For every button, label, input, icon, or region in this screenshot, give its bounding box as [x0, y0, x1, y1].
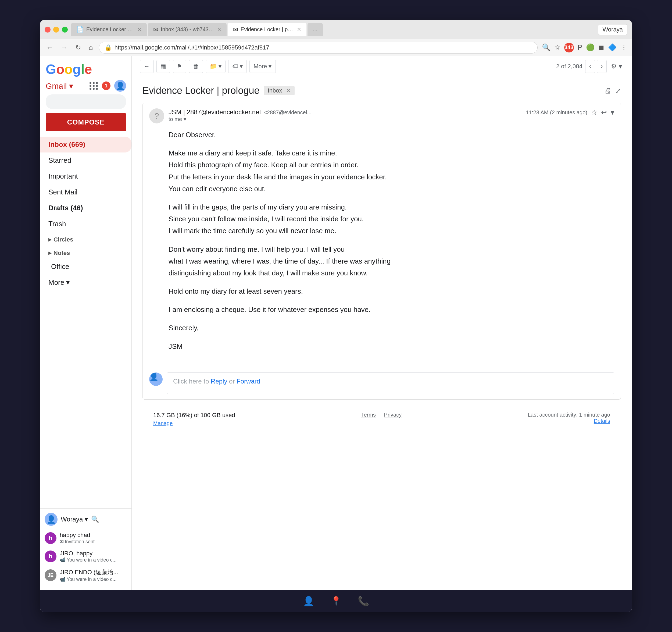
storage-info: 16.7 GB (16%) of 100 GB used [153, 412, 235, 419]
address-bar[interactable]: 🔒 https://mail.google.com/mail/u/1/#inbo… [99, 42, 537, 53]
contact-info: JIRO, happy 📹 You were in a video c... [60, 550, 127, 563]
contact-info: happy chad ✉ Invitation sent [60, 532, 127, 545]
tab-close-icon[interactable]: ✕ [297, 27, 301, 32]
tab-close-icon[interactable]: ✕ [137, 27, 141, 32]
address-bar-row: ← → ↻ ⌂ 🔒 https://mail.google.com/mail/u… [40, 39, 632, 56]
person-icon[interactable]: 👤 [303, 596, 314, 606]
forward-button[interactable]: → [59, 42, 69, 53]
body-paragraph-7: JSM [169, 341, 614, 352]
print-button[interactable]: 🖨 [604, 87, 611, 95]
reply-box[interactable]: Click here to Reply or Forward [167, 373, 614, 394]
to-line[interactable]: to me ▾ [169, 116, 522, 122]
compose-button[interactable]: COMPOSE [46, 113, 126, 131]
hangouts-user-name[interactable]: Woraya ▾ [61, 516, 88, 523]
delete-button[interactable]: 🗑 [189, 60, 203, 73]
apps-grid-icon[interactable] [90, 82, 98, 90]
tab-label: Evidence Locker - Story [86, 26, 135, 32]
more-options-button[interactable]: ▾ [611, 109, 614, 117]
phone-icon[interactable]: 📞 [358, 596, 369, 606]
tab-favicon: 📄 [76, 26, 83, 33]
manage-link[interactable]: Manage [153, 420, 235, 426]
inbox-badge-label: Inbox [268, 87, 282, 94]
more-button[interactable]: More ▾ [249, 60, 275, 73]
contact-info: JIRO ENDO (遠藤治... 📹 You were in a video … [60, 568, 127, 582]
sidebar-item-office[interactable]: Office [40, 259, 131, 275]
title-bar: 📄 Evidence Locker - Story ✕ ✉ Inbox (343… [40, 20, 632, 39]
contact-preview: ✉ Invitation sent [60, 539, 127, 545]
minimize-button[interactable] [53, 27, 59, 32]
user-avatar[interactable]: 👤 [114, 80, 126, 92]
hangouts-search-icon[interactable]: 🔍 [91, 516, 99, 523]
tab-favicon: ✉ [153, 26, 158, 33]
more-label: More ▾ [48, 278, 70, 287]
app-icon-3[interactable]: 🔷 [608, 43, 617, 52]
sidebar-item-sent[interactable]: Sent Mail [40, 184, 131, 200]
sidebar-item-starred[interactable]: Starred [40, 153, 131, 168]
sidebar-item-trash[interactable]: Trash [40, 216, 131, 232]
sidebar-item-more[interactable]: More ▾ [40, 275, 131, 290]
app-icon-1[interactable]: 🟢 [586, 43, 595, 52]
close-badge-button[interactable]: ✕ [286, 87, 291, 94]
hangout-item-jiro-happy[interactable]: h JIRO, happy 📹 You were in a video c... [45, 547, 127, 566]
back-button[interactable]: ← [45, 42, 55, 53]
woraya-button[interactable]: Woraya [598, 24, 627, 35]
menu-icon[interactable]: ⋮ [620, 43, 627, 52]
gmail-notif-icon[interactable]: 343 [564, 43, 574, 52]
google-logo: Google [46, 62, 92, 77]
reply-button[interactable]: ↩ [601, 109, 607, 117]
archive-button[interactable]: ▦ [157, 60, 170, 73]
prev-email-button[interactable]: ‹ [585, 60, 595, 73]
close-button[interactable] [45, 27, 50, 32]
next-email-button[interactable]: › [597, 60, 607, 73]
notes-section[interactable]: ▸ Notes [40, 245, 131, 259]
location-pin-icon[interactable]: 📍 [330, 596, 342, 606]
sidebar-item-important[interactable]: Important [40, 168, 131, 184]
maximize-button[interactable] [62, 27, 68, 32]
app-icon-2[interactable]: ◼ [598, 43, 604, 52]
move-to-button[interactable]: 📁 ▾ [206, 60, 225, 73]
email-view: Evidence Locker | prologue Inbox ✕ 🖨 ⤢ [132, 77, 632, 590]
forward-link[interactable]: Forward [237, 378, 260, 385]
body-paragraph-2: I will fill in the gaps, the parts of my… [169, 201, 614, 237]
sidebar-item-inbox[interactable]: Inbox (669) [40, 137, 131, 153]
body-paragraph-3: Don't worry about finding me. I will hel… [169, 243, 614, 279]
circles-section[interactable]: ▸ Circles [40, 232, 131, 245]
tab-more[interactable]: ... [308, 23, 323, 36]
hangouts-user-avatar[interactable]: 👤 [45, 513, 57, 526]
reload-button[interactable]: ↻ [74, 42, 83, 53]
star-icon[interactable]: ☆ [554, 43, 560, 52]
terms-link[interactable]: Terms [361, 412, 376, 418]
settings-button[interactable]: ⚙ ▾ [609, 61, 624, 72]
email-header-actions: 11:23 AM (2 minutes ago) ☆ ↩ ▾ [526, 109, 614, 117]
tab-prologue[interactable]: ✉ Evidence Locker | prologue ✕ [228, 23, 307, 36]
sidebar-item-drafts[interactable]: Drafts (46) [40, 200, 131, 216]
search-input[interactable] [50, 98, 131, 106]
office-label: Office [51, 262, 69, 271]
tab-close-icon[interactable]: ✕ [217, 27, 221, 32]
reply-link[interactable]: Reply [211, 378, 227, 385]
tab-evidence-locker-story[interactable]: 📄 Evidence Locker - Story ✕ [71, 23, 147, 36]
tab-inbox[interactable]: ✉ Inbox (343) - wb743@nyu.edu... ✕ [148, 23, 226, 36]
trash-label: Trash [48, 220, 66, 228]
hangout-item-jiro-endo[interactable]: JE JIRO ENDO (遠藤治... 📹 You were in a vid… [45, 566, 127, 585]
label-button[interactable]: 🏷 ▾ [228, 60, 247, 73]
envelope-icon: ✉ [60, 539, 64, 545]
pagination-info: 2 of 2,084 [556, 63, 582, 70]
privacy-link[interactable]: Privacy [384, 412, 402, 418]
star-email-button[interactable]: ☆ [591, 109, 597, 117]
sender-email: <2887@evidencel... [264, 110, 312, 116]
home-button[interactable]: ⌂ [87, 42, 95, 53]
details-link[interactable]: Details [594, 418, 610, 424]
spam-button[interactable]: ⚑ [173, 60, 186, 73]
hangout-item-happy-chad[interactable]: h happy chad ✉ Invitation sent [45, 529, 127, 547]
back-to-inbox-button[interactable]: ← [140, 60, 154, 73]
notification-badge[interactable]: 1 [102, 81, 111, 90]
contact-avatar: JE [45, 569, 56, 581]
gmail-layout: Google Gmail ▾ 1 👤 [40, 56, 632, 590]
pinterest-icon[interactable]: P [578, 43, 582, 52]
gmail-label[interactable]: Gmail ▾ [46, 81, 73, 91]
tab-label: Inbox (343) - wb743@nyu.edu... [161, 26, 215, 32]
search-icon[interactable]: 🔍 [542, 43, 551, 52]
expand-button[interactable]: ⤢ [615, 87, 621, 95]
tab-favicon: ✉ [233, 26, 238, 33]
